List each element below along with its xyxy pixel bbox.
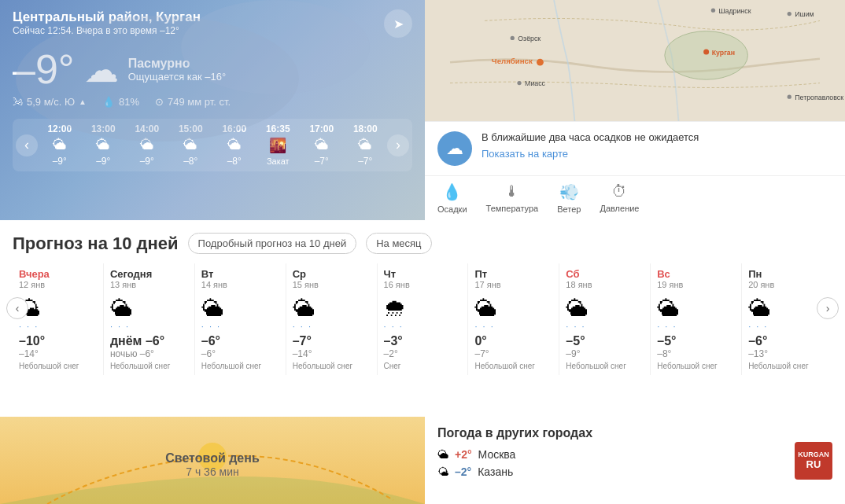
svg-point-12 [517, 81, 521, 85]
pressure-label: Давление [600, 204, 639, 213]
wind-detail: 🌬 5,9 м/с. Ю ▲ [13, 96, 87, 108]
pressure-metric-icon: ⏱ [611, 182, 627, 200]
hourly-items: 12:00 🌥 –9°13:00 🌥 –9°14:00 🌥 –9°15:00 🌥… [38, 123, 387, 167]
forecast-next-button[interactable]: › [817, 297, 839, 319]
humidity-detail: 💧 81% [102, 96, 139, 108]
metric-precip[interactable]: 💧 Осадки [437, 182, 467, 214]
day-card[interactable]: Чт 16 янв 🌨· · · –3° –2° Снег [378, 263, 469, 375]
feels-like: Ощущается как –16° [128, 71, 227, 83]
show-on-map-link[interactable]: Показать на карте [482, 148, 568, 160]
day-card[interactable]: Сб 18 янв 🌥· · · –5° –9° Небольшой снег [559, 263, 651, 375]
pressure-icon: ⊙ [155, 96, 164, 108]
solar-title: Световой день [165, 451, 260, 465]
svg-point-1 [665, 31, 748, 80]
svg-text:Ишим: Ишим [795, 10, 814, 18]
location-button[interactable]: ➤ [384, 9, 412, 38]
hourly-item: 16:00 🌥 –8° [214, 123, 255, 167]
svg-text:Петропавловск: Петропавловск [795, 94, 843, 101]
forecast-title: Прогноз на 10 дней [13, 234, 179, 254]
svg-point-2 [711, 9, 715, 13]
metric-wind[interactable]: 💨 Ветер [557, 182, 581, 214]
time-info: Сейчас 12:54. Вчера в это время –12° [13, 25, 201, 36]
no-precip-card: ☁ В ближайшие два часа осадков не ожидае… [425, 121, 845, 175]
day-card[interactable]: Ср 15 янв 🌥· · · –7° –14° Небольшой снег [286, 263, 378, 375]
day-card[interactable]: Вчера 12 янв 🌤· · · –10° –14° Небольшой … [13, 263, 104, 375]
svg-text:Курган: Курган [712, 49, 735, 57]
hourly-item: 15:00 🌥 –8° [170, 123, 211, 167]
hourly-item: 13:00 🌥 –9° [83, 123, 124, 167]
current-temp: –9° [13, 49, 75, 90]
hourly-item: 17:00 🌥 –7° [301, 123, 342, 167]
day-card[interactable]: Вс 19 янв 🌥· · · –5° –8° Небольшой снег [651, 263, 742, 375]
svg-point-14 [788, 95, 791, 99]
solar-duration: 7 ч 36 мин [165, 465, 260, 478]
temp-metric-icon: 🌡 [504, 182, 520, 200]
svg-text:Шадринск: Шадринск [718, 7, 751, 15]
hourly-item: 16:35 🌇 Закат [257, 123, 298, 167]
kurgan-logo: KURGAN RU [795, 442, 832, 480]
svg-text:Озёрск: Озёрск [518, 35, 541, 42]
day-card[interactable]: Сегодня 13 янв 🌥· · · днём –6° ночью –6°… [104, 263, 195, 375]
hourly-item: 12:00 🌥 –9° [39, 123, 80, 167]
svg-point-8 [703, 49, 709, 54]
metric-temp[interactable]: 🌡 Температура [486, 182, 539, 214]
condition-text: Пасмурно [128, 57, 227, 71]
hourly-item: 18:00 🌥 –7° [345, 123, 386, 167]
wind-label: Ветер [557, 204, 581, 214]
hourly-prev-button[interactable]: ‹ [16, 134, 38, 156]
monthly-forecast-button[interactable]: На месяц [366, 233, 431, 254]
detailed-forecast-button[interactable]: Подробный прогноз на 10 дней [188, 233, 357, 254]
forecast-section: Прогноз на 10 дней Подробный прогноз на … [0, 220, 845, 417]
precip-metric-icon: 💧 [442, 182, 462, 201]
city-row: 🌤 –2° Казань [437, 465, 832, 478]
day-card[interactable]: Пн 20 янв 🌥· · · –6° –13° Небольшой снег [742, 263, 832, 375]
forecast-days: Вчера 12 янв 🌤· · · –10° –14° Небольшой … [13, 263, 832, 375]
bottom-section: Световой день 7 ч 36 мин Погода в других… [0, 417, 845, 504]
svg-point-4 [788, 12, 791, 16]
svg-point-6 [511, 36, 515, 40]
weather-panel: Центральный район, Курган Сейчас 12:54. … [0, 0, 425, 220]
city-weather-icon: 🌤 [437, 465, 448, 478]
weather-metrics: 💧 Осадки 🌡 Температура 💨 Ветер ⏱ Давлени… [425, 175, 845, 220]
svg-text:Миасс: Миасс [525, 79, 546, 87]
current-weather-icon: ☁ [84, 50, 119, 90]
temp-label: Температура [486, 204, 539, 213]
no-precip-text: В ближайшие два часа осадков не ожидаетс… [482, 131, 699, 143]
map-section: Шадринск Ишим Озёрск Курган Челябинск Ми… [425, 0, 845, 220]
wind-metric-icon: 💨 [559, 182, 579, 201]
other-cities-panel: Погода в других городах 🌥 +2° Москва 🌤 –… [425, 417, 845, 504]
city-row: 🌥 +2° Москва [437, 448, 832, 461]
forecast-prev-button[interactable]: ‹ [6, 297, 28, 319]
wind-icon: 🌬 [13, 96, 23, 108]
svg-text:Челябинск: Челябинск [492, 57, 533, 65]
solar-panel: Световой день 7 ч 36 мин [0, 417, 425, 504]
precip-label: Осадки [437, 204, 467, 214]
other-cities-title: Погода в других городах [437, 426, 832, 440]
city-name: Центральный район, Курган [13, 9, 201, 25]
svg-point-10 [537, 59, 544, 66]
humidity-icon: 💧 [102, 96, 115, 108]
map-area[interactable]: Шадринск Ишим Озёрск Курган Челябинск Ми… [425, 0, 845, 121]
city-weather-icon: 🌥 [437, 448, 448, 461]
precip-cloud-icon: ☁ [437, 131, 472, 166]
pressure-detail: ⊙ 749 мм рт. ст. [155, 96, 231, 108]
hourly-item: 14:00 🌥 –9° [127, 123, 168, 167]
day-card[interactable]: Пт 17 янв 🌥· · · 0° –7° Небольшой снег [468, 263, 559, 375]
hourly-next-button[interactable]: › [387, 134, 409, 156]
day-card[interactable]: Вт 14 янв 🌥· · · –6° –6° Небольшой снег [195, 263, 286, 375]
metric-pressure[interactable]: ⏱ Давление [600, 182, 639, 214]
other-cities-list: 🌥 +2° Москва 🌤 –2° Казань [437, 448, 832, 478]
